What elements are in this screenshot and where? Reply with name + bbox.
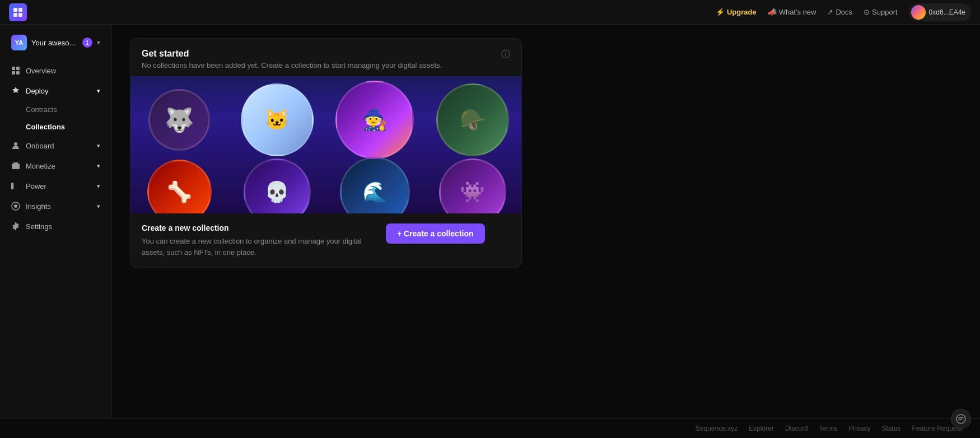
monetize-chevron-icon: ▾ bbox=[97, 162, 100, 170]
help-icon: ⊙ bbox=[864, 8, 870, 16]
nft-item-4: 🪖 bbox=[424, 76, 522, 164]
footer-link-privacy[interactable]: Privacy bbox=[848, 425, 870, 432]
power-label: Power bbox=[26, 182, 46, 190]
sidebar-item-contracts[interactable]: Contracts bbox=[3, 101, 108, 118]
svg-rect-5 bbox=[16, 67, 20, 70]
monetize-icon bbox=[11, 161, 20, 170]
overview-icon bbox=[11, 66, 20, 75]
sidebar-item-monetize[interactable]: Monetize ▾ bbox=[3, 156, 108, 175]
footer-link-status[interactable]: Status bbox=[882, 425, 901, 432]
create-new-title: Create a new collection bbox=[142, 223, 377, 232]
svg-rect-6 bbox=[12, 71, 15, 74]
get-started-card: Get started No collections have been add… bbox=[130, 38, 522, 268]
info-icon[interactable]: ⓘ bbox=[501, 49, 510, 60]
create-section: Create a new collection You can create a… bbox=[130, 213, 496, 268]
sidebar-item-deploy[interactable]: Deploy ▾ bbox=[3, 81, 108, 100]
sidebar-item-power[interactable]: Power ▾ bbox=[3, 176, 108, 195]
megaphone-icon: 📣 bbox=[768, 8, 777, 16]
collections-label: Collections bbox=[26, 123, 65, 131]
nft-item-1: 🐺 bbox=[130, 76, 228, 164]
sidebar-item-collections[interactable]: Collections bbox=[3, 119, 108, 135]
nft-item-7: 🌊 bbox=[326, 152, 424, 213]
power-icon bbox=[11, 181, 20, 190]
create-text: Create a new collection You can create a… bbox=[142, 223, 377, 258]
svg-rect-3 bbox=[18, 13, 22, 17]
whatsnew-link[interactable]: 📣 What's new bbox=[768, 8, 816, 16]
create-collection-button[interactable]: + Create a collection bbox=[386, 223, 485, 244]
sidebar-item-insights[interactable]: Insights ▾ bbox=[3, 197, 108, 216]
top-navigation: ⚡ Upgrade 📣 What's new ↗ Docs ⊙ Support … bbox=[0, 0, 980, 25]
nft-item-3: 🧙 bbox=[326, 76, 424, 164]
footer-link-explorer[interactable]: Explorer bbox=[749, 425, 774, 432]
footer-link-discord[interactable]: Discord bbox=[785, 425, 808, 432]
workspace-avatar: YA bbox=[11, 35, 27, 50]
bolt-icon: ⚡ bbox=[716, 8, 725, 16]
svg-rect-1 bbox=[18, 8, 22, 12]
nav-right: ⚡ Upgrade 📣 What's new ↗ Docs ⊙ Support … bbox=[716, 3, 971, 21]
arrow-icon: ↗ bbox=[827, 8, 833, 16]
support-link[interactable]: ⊙ Support bbox=[864, 8, 898, 16]
workspace-name: Your aweso... bbox=[31, 39, 78, 47]
nft-item-5: 🦴 bbox=[130, 152, 228, 213]
user-address: 0xd6...EA4e bbox=[929, 8, 965, 16]
get-started-subtitle: No collections have been added yet. Crea… bbox=[142, 61, 442, 69]
workspace-selector[interactable]: YA Your aweso... 1 ▾ bbox=[3, 29, 108, 56]
nft-item-2: 🐱 bbox=[228, 76, 326, 164]
workspace-notification-badge: 1 bbox=[82, 38, 92, 48]
nft-item-8: 👾 bbox=[424, 152, 522, 213]
sidebar-item-overview[interactable]: Overview bbox=[3, 61, 108, 80]
svg-rect-4 bbox=[12, 67, 15, 70]
onboard-chevron-icon: ▾ bbox=[97, 142, 100, 150]
main-layout: YA Your aweso... 1 ▾ Overview Deploy ▾ C… bbox=[0, 25, 980, 418]
onboard-label: Onboard bbox=[26, 142, 54, 150]
nft-item-6: 💀 bbox=[228, 152, 326, 213]
svg-point-11 bbox=[14, 204, 17, 208]
nft-showcase: 🐺 🐱 🧙 🪖 bbox=[130, 76, 521, 213]
app-logo bbox=[9, 3, 27, 21]
chat-icon bbox=[956, 414, 966, 424]
upgrade-link[interactable]: ⚡ Upgrade bbox=[716, 8, 757, 16]
user-avatar bbox=[911, 5, 926, 20]
get-started-title: Get started bbox=[142, 49, 442, 59]
deploy-label: Deploy bbox=[26, 87, 48, 95]
svg-rect-7 bbox=[16, 71, 20, 74]
svg-rect-9 bbox=[12, 164, 20, 169]
overview-label: Overview bbox=[26, 67, 56, 75]
sidebar-item-onboard[interactable]: Onboard ▾ bbox=[3, 136, 108, 155]
deploy-icon bbox=[11, 86, 20, 95]
insights-icon bbox=[11, 202, 20, 211]
settings-icon bbox=[11, 222, 20, 231]
monetize-label: Monetize bbox=[26, 162, 55, 170]
user-menu[interactable]: 0xd6...EA4e bbox=[909, 3, 971, 21]
svg-rect-2 bbox=[13, 13, 17, 17]
power-chevron-icon: ▾ bbox=[97, 183, 100, 190]
main-content: Get started No collections have been add… bbox=[112, 25, 980, 418]
footer-link-terms[interactable]: Terms bbox=[819, 425, 838, 432]
svg-rect-0 bbox=[13, 8, 17, 12]
contracts-label: Contracts bbox=[26, 105, 57, 114]
svg-point-8 bbox=[14, 142, 17, 146]
chat-bubble-button[interactable] bbox=[951, 409, 971, 429]
svg-point-12 bbox=[15, 225, 17, 227]
onboard-icon bbox=[11, 141, 20, 150]
nav-left bbox=[9, 3, 27, 21]
deploy-chevron-icon: ▾ bbox=[97, 87, 100, 95]
footer-link-sequence[interactable]: Sequence.xyz bbox=[696, 425, 738, 432]
settings-label: Settings bbox=[26, 222, 52, 231]
insights-chevron-icon: ▾ bbox=[97, 203, 100, 210]
sidebar-item-settings[interactable]: Settings bbox=[3, 217, 108, 236]
footer: Sequence.xyz Explorer Discord Terms Priv… bbox=[0, 418, 980, 438]
create-new-desc: You can create a new collection to organ… bbox=[142, 236, 377, 258]
svg-point-13 bbox=[956, 414, 965, 423]
docs-link[interactable]: ↗ Docs bbox=[827, 8, 852, 16]
workspace-chevron-icon: ▾ bbox=[97, 39, 100, 46]
insights-label: Insights bbox=[26, 202, 51, 211]
sidebar: YA Your aweso... 1 ▾ Overview Deploy ▾ C… bbox=[0, 25, 112, 418]
create-section-wrapper: Create a new collection You can create a… bbox=[130, 213, 521, 268]
get-started-text: Get started No collections have been add… bbox=[142, 49, 442, 69]
get-started-header: Get started No collections have been add… bbox=[130, 39, 521, 76]
